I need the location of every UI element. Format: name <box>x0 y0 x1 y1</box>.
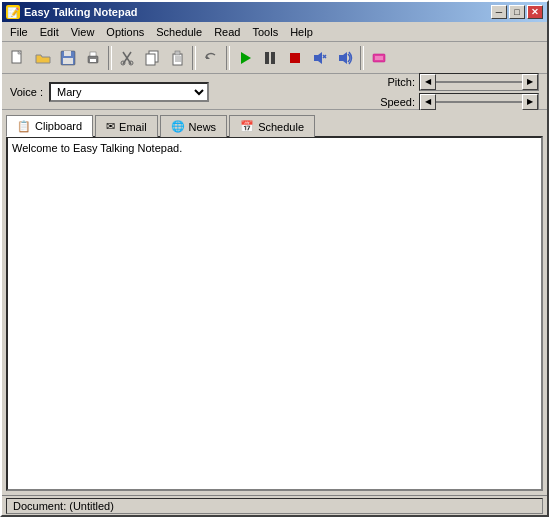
content-area[interactable]: Welcome to Easy Talking Notepad. <box>6 136 543 491</box>
paste-button[interactable] <box>165 46 189 70</box>
open-button[interactable] <box>31 46 55 70</box>
title-buttons: ─ □ ✕ <box>491 5 543 19</box>
speed-left-arrow[interactable]: ◀ <box>420 94 436 110</box>
menu-schedule[interactable]: Schedule <box>150 24 208 40</box>
menu-read[interactable]: Read <box>208 24 246 40</box>
speed-label: Speed: <box>377 96 415 108</box>
erase-button[interactable] <box>367 46 391 70</box>
menu-edit[interactable]: Edit <box>34 24 65 40</box>
svg-rect-13 <box>146 54 155 65</box>
separator-3 <box>226 46 230 70</box>
speed-row: Speed: ◀ ▶ <box>377 93 539 111</box>
menu-bar: File Edit View Options Schedule Read Too… <box>2 22 547 42</box>
volume-up-button[interactable] <box>333 46 357 70</box>
status-bar: Document: (Untitled) <box>2 495 547 515</box>
tabs-row: 📋 Clipboard ✉ Email 🌐 News 📅 Schedule <box>2 110 547 136</box>
clipboard-tab-label: Clipboard <box>35 120 82 132</box>
svg-rect-14 <box>173 54 182 65</box>
svg-rect-29 <box>375 56 383 60</box>
volume-down-button[interactable] <box>308 46 332 70</box>
menu-help[interactable]: Help <box>284 24 319 40</box>
svg-rect-3 <box>64 51 71 56</box>
menu-view[interactable]: View <box>65 24 101 40</box>
restore-button[interactable]: □ <box>509 5 525 19</box>
toolbar <box>2 42 547 74</box>
copy-button[interactable] <box>140 46 164 70</box>
email-tab-icon: ✉ <box>106 120 115 133</box>
clipboard-tab[interactable]: 📋 Clipboard <box>6 115 93 137</box>
svg-rect-22 <box>271 52 275 64</box>
svg-marker-24 <box>314 52 322 64</box>
news-tab[interactable]: 🌐 News <box>160 115 228 137</box>
separator-2 <box>192 46 196 70</box>
menu-options[interactable]: Options <box>100 24 150 40</box>
menu-tools[interactable]: Tools <box>246 24 284 40</box>
svg-rect-21 <box>265 52 269 64</box>
svg-marker-27 <box>339 52 347 64</box>
speed-right-arrow[interactable]: ▶ <box>522 94 538 110</box>
voice-label: Voice : <box>10 86 43 98</box>
pitch-label: Pitch: <box>377 76 415 88</box>
voice-select[interactable]: MaryMikeLinda <box>49 82 209 102</box>
pitch-left-arrow[interactable]: ◀ <box>420 74 436 90</box>
news-tab-icon: 🌐 <box>171 120 185 133</box>
cut-button[interactable] <box>115 46 139 70</box>
main-window: 📝 Easy Talking Notepad ─ □ ✕ File Edit V… <box>0 0 549 517</box>
schedule-tab[interactable]: 📅 Schedule <box>229 115 315 137</box>
pause-button[interactable] <box>258 46 282 70</box>
minimize-button[interactable]: ─ <box>491 5 507 19</box>
svg-marker-20 <box>241 52 251 64</box>
pitch-row: Pitch: ◀ ▶ <box>377 73 539 91</box>
separator-4 <box>360 46 364 70</box>
title-bar: 📝 Easy Talking Notepad ─ □ ✕ <box>2 2 547 22</box>
voice-row: Voice : MaryMikeLinda Pitch: ◀ ▶ Speed: … <box>2 74 547 110</box>
email-tab-label: Email <box>119 121 147 133</box>
status-label: Document: <box>13 500 66 512</box>
svg-rect-4 <box>63 58 73 64</box>
pitch-speed-area: Pitch: ◀ ▶ Speed: ◀ ▶ <box>377 73 539 111</box>
status-value: (Untitled) <box>69 500 114 512</box>
svg-rect-15 <box>175 51 180 55</box>
clipboard-tab-icon: 📋 <box>17 120 31 133</box>
pitch-right-arrow[interactable]: ▶ <box>522 74 538 90</box>
schedule-tab-label: Schedule <box>258 121 304 133</box>
menu-file[interactable]: File <box>4 24 34 40</box>
print-button[interactable] <box>81 46 105 70</box>
app-icon: 📝 <box>6 5 20 19</box>
email-tab[interactable]: ✉ Email <box>95 115 158 137</box>
svg-rect-6 <box>90 52 96 56</box>
svg-rect-23 <box>290 53 300 63</box>
status-panel: Document: (Untitled) <box>6 498 543 514</box>
news-tab-label: News <box>189 121 217 133</box>
stop-button[interactable] <box>283 46 307 70</box>
separator-1 <box>108 46 112 70</box>
save-button[interactable] <box>56 46 80 70</box>
close-button[interactable]: ✕ <box>527 5 543 19</box>
window-title: Easy Talking Notepad <box>24 6 491 18</box>
content-text: Welcome to Easy Talking Notepad. <box>12 142 182 154</box>
undo-button[interactable] <box>199 46 223 70</box>
svg-rect-7 <box>90 59 96 62</box>
schedule-tab-icon: 📅 <box>240 120 254 133</box>
play-button[interactable] <box>233 46 257 70</box>
new-button[interactable] <box>6 46 30 70</box>
